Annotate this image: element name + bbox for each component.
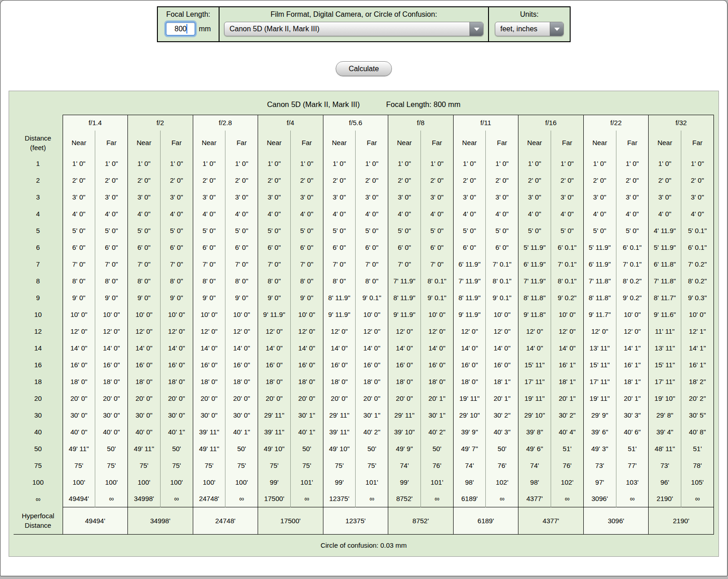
- far-value: 4' 0": [616, 205, 649, 222]
- near-value: 5' 0": [63, 222, 95, 239]
- focal-length-input[interactable]: [166, 22, 195, 36]
- hyperfocal-value: 49494': [63, 507, 128, 535]
- near-value: 4' 11.9": [649, 222, 681, 239]
- near-value: 4' 0": [453, 205, 486, 222]
- fstop-header: f/22: [583, 115, 649, 131]
- far-value: 7' 0": [290, 256, 323, 272]
- far-value: 14' 0": [225, 340, 258, 356]
- far-value: 8' 0.2": [616, 272, 649, 289]
- near-value: 7' 0": [193, 256, 225, 272]
- distance-cell: 4: [14, 205, 63, 222]
- far-value: 5' 0.1": [681, 222, 714, 239]
- far-value: 30' 1": [356, 407, 388, 423]
- near-value: 39' 9": [453, 423, 486, 440]
- far-value: 20' 0": [225, 390, 258, 407]
- far-value: 5' 0": [420, 222, 453, 239]
- hyperfocal-value: 12375': [323, 507, 388, 535]
- far-value: 12' 0": [160, 323, 193, 340]
- far-value: 1' 0": [225, 155, 258, 172]
- distance-cell: 16: [14, 356, 63, 373]
- far-value: 6' 0.1": [551, 239, 583, 256]
- table-row: 77' 0"7' 0"7' 0"7' 0"7' 0"7' 0"7' 0"7' 0…: [14, 256, 714, 272]
- distance-cell: 20: [14, 390, 63, 407]
- far-header: Far: [681, 131, 714, 155]
- distance-cell: 12: [14, 323, 63, 340]
- far-value: 5' 0": [486, 222, 518, 239]
- table-row: 55' 0"5' 0"5' 0"5' 0"5' 0"5' 0"5' 0"5' 0…: [14, 222, 714, 239]
- near-value: 12' 0": [583, 323, 616, 340]
- near-header: Near: [388, 131, 421, 155]
- calculate-button[interactable]: Calculate: [336, 61, 392, 76]
- near-value: 5' 0": [258, 222, 291, 239]
- near-value: 75': [128, 457, 161, 474]
- far-value: 40' 0": [95, 423, 128, 440]
- distance-cell: 10: [14, 306, 63, 323]
- near-header: Near: [518, 131, 551, 155]
- far-value: 9' 0": [290, 289, 323, 306]
- far-value: 8' 0": [356, 272, 388, 289]
- distance-column-header: Distance(feet): [14, 131, 63, 155]
- far-value: 5' 0": [356, 222, 388, 239]
- far-value: 6' 0": [356, 239, 388, 256]
- near-value: 4' 0": [63, 205, 95, 222]
- near-value: 49' 11": [128, 440, 161, 457]
- far-value: 10' 0": [486, 306, 518, 323]
- far-value: 1' 0": [681, 155, 714, 172]
- units-dropdown-value: feet, inches: [495, 22, 550, 36]
- far-value: 30' 0": [95, 407, 128, 423]
- chevron-down-icon[interactable]: [469, 22, 483, 36]
- units-dropdown[interactable]: feet, inches: [495, 22, 564, 36]
- near-value: 7' 0": [323, 256, 356, 272]
- near-value: 6' 11.8": [649, 256, 681, 272]
- near-value: 7' 11.8": [649, 272, 681, 289]
- near-value: 75': [63, 457, 95, 474]
- near-value: 2' 0": [649, 172, 681, 189]
- far-value: 8' 0": [95, 272, 128, 289]
- near-value: 2' 0": [323, 172, 356, 189]
- near-value: 3' 0": [258, 189, 291, 205]
- near-value: 7' 0": [63, 256, 95, 272]
- chevron-down-icon[interactable]: [550, 22, 563, 36]
- far-value: 30' 1": [420, 407, 453, 423]
- far-value: 2' 0": [356, 172, 388, 189]
- near-value: 1' 0": [258, 155, 291, 172]
- near-value: 19' 11": [583, 390, 616, 407]
- near-value: 8752': [388, 491, 421, 507]
- near-value: 16' 0": [193, 356, 225, 373]
- near-value: 3' 0": [583, 189, 616, 205]
- far-value: 7' 0.1": [616, 256, 649, 272]
- near-value: 4377': [518, 491, 551, 507]
- far-value: 12' 0": [225, 323, 258, 340]
- far-value: 7' 0": [225, 256, 258, 272]
- near-value: 5' 0": [388, 222, 421, 239]
- far-value: 5' 0": [616, 222, 649, 239]
- near-value: 100': [63, 474, 95, 491]
- far-value: 75': [290, 457, 323, 474]
- near-value: 49' 10": [258, 440, 291, 457]
- far-value: 78': [681, 457, 714, 474]
- far-value: 4' 0": [681, 205, 714, 222]
- near-value: 16' 0": [453, 356, 486, 373]
- format-dropdown[interactable]: Canon 5D (Mark II, Mark III): [224, 22, 484, 36]
- near-value: 14' 0": [63, 340, 95, 356]
- near-value: 11' 11": [649, 323, 681, 340]
- far-value: 9' 0": [225, 289, 258, 306]
- near-value: 99': [258, 474, 291, 491]
- near-value: 40' 0": [128, 423, 161, 440]
- near-value: 4' 0": [583, 205, 616, 222]
- near-value: 1' 0": [518, 155, 551, 172]
- near-value: 49494': [63, 491, 95, 507]
- far-value: 12' 0": [616, 323, 649, 340]
- far-value: 50': [160, 440, 193, 457]
- near-header: Near: [128, 131, 161, 155]
- table-row: 100100'100'100'100'100'100'99'101'99'101…: [14, 474, 714, 491]
- near-value: 2190': [649, 491, 681, 507]
- far-value: 3' 0": [95, 189, 128, 205]
- far-value: 3' 0": [681, 189, 714, 205]
- near-value: 8' 11.9": [323, 289, 356, 306]
- far-value: 3' 0": [616, 189, 649, 205]
- far-value: ∞: [290, 491, 323, 507]
- coc-row: Circle of confusion: 0.03 mm: [14, 535, 714, 556]
- table-row: 4040' 0"40' 0"40' 0"40' 1"39' 11"40' 1"3…: [14, 423, 714, 440]
- distance-cell: 3: [14, 189, 63, 205]
